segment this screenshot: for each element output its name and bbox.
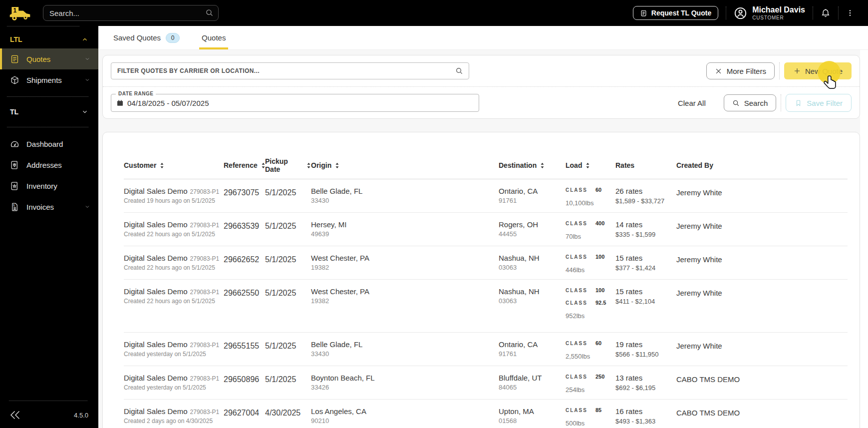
origin-zip: 33430	[311, 197, 499, 204]
quote-filter	[111, 62, 469, 79]
clear-all-button[interactable]: Clear All	[678, 99, 706, 107]
chevron-down-icon	[84, 204, 90, 210]
quote-row[interactable]: Digital Sales Demo279083-P1Created 22 ho…	[124, 246, 848, 280]
quote-row[interactable]: Digital Sales Demo279083-P1Created 22 ho…	[124, 280, 848, 333]
vertical-separator	[781, 94, 781, 111]
date-range-label: DATE RANGE	[116, 91, 156, 96]
column-header-reference[interactable]: Reference	[224, 157, 265, 179]
sidebar-divider	[7, 96, 88, 97]
destination-city: Bluffdale, UT	[499, 374, 566, 382]
rates-count: 15 rates	[615, 254, 676, 262]
customer-cell: Digital Sales Demo279083-P1Created 22 ho…	[124, 246, 224, 279]
quote-number-cell: 29650896	[224, 366, 265, 399]
column-header-destination[interactable]: Destination	[499, 157, 566, 179]
save-filter-button[interactable]: Save Filter	[786, 94, 852, 112]
created-by-cell: CABO TMS DEMO	[676, 366, 848, 399]
chevron-up-icon	[81, 36, 88, 43]
created-info: Created 22 hours ago on 5/1/2025	[124, 298, 224, 305]
close-icon	[715, 67, 722, 75]
bookmark-icon	[795, 99, 802, 107]
new-quote-button[interactable]: New Quote	[784, 62, 852, 79]
sidebar-item-quotes[interactable]: Quotes	[0, 48, 98, 69]
class-label: CLASS	[566, 374, 587, 380]
date-range-field[interactable]: DATE RANGE 04/18/2025 - 05/07/2025	[111, 94, 479, 112]
column-header-customer[interactable]: Customer	[124, 157, 224, 179]
sidebar-item-inventory[interactable]: Inventory	[0, 175, 98, 196]
rates-range: $566 - $11,950	[615, 351, 676, 358]
quote-row[interactable]: Digital Sales Demo279083-P1Created yeste…	[124, 333, 848, 366]
rates-range: $692 - $6,195	[615, 384, 676, 392]
column-header-label: Rates	[615, 161, 634, 169]
quote-row[interactable]: Digital Sales Demo279083-P1Created 22 ho…	[124, 213, 848, 246]
column-header-pickup-date[interactable]: Pickup Date	[265, 157, 311, 179]
quote-row[interactable]: Digital Sales Demo279083-P1Created 19 ho…	[124, 179, 848, 213]
request-tl-quote-button[interactable]: Request TL Quote	[633, 6, 718, 20]
sidebar-section-label: TL	[10, 108, 18, 116]
customer-cell: Digital Sales Demo279083-P1Created 22 ho…	[124, 213, 224, 246]
destination-zip: 91761	[499, 197, 566, 204]
sort-icon	[306, 162, 311, 169]
rates-cell: 26 rates$1,589 - $33,727	[615, 179, 676, 212]
customer-name: Digital Sales Demo	[124, 220, 188, 229]
quotes-table-card: CustomerReferencePickup DateOriginDestin…	[102, 132, 860, 428]
rates-cell: 15 rates$377 - $1,424	[615, 246, 676, 279]
destination-cell: Ontario, CA91761	[499, 179, 566, 212]
rates-range: $411 - $2,104	[615, 298, 676, 305]
sidebar-item-shipments[interactable]: Shipments	[0, 69, 98, 90]
load-cell: CLASS40070lbs	[566, 213, 615, 246]
column-header-label: Reference	[224, 161, 258, 169]
class-value: 92.5	[595, 300, 606, 306]
topbar-separator	[838, 6, 839, 19]
search-button[interactable]: Search	[724, 94, 777, 111]
search-icon	[732, 99, 740, 107]
quote-number-cell: 29673075	[224, 179, 265, 212]
destination-city: Upton, MA	[499, 407, 566, 416]
more-filters-label: More Filters	[727, 67, 766, 75]
user-role: CUSTOMER	[752, 15, 805, 20]
app-version: 4.5.0	[74, 412, 88, 419]
sidebar-nav: LTLQuotesShipmentsTLDashboardAddressesIn…	[0, 30, 98, 217]
customer-reference: 279083-P1	[190, 222, 220, 229]
quote-number-cell: 29662652	[224, 246, 265, 279]
app-logo-truck-icon[interactable]: 1	[8, 4, 33, 21]
global-search-input[interactable]	[43, 5, 219, 21]
tab-label: Quotes	[202, 33, 226, 42]
load-weight: 254lbs	[566, 386, 615, 394]
main-area: Saved Quotes0Quotes More Filters	[98, 26, 868, 428]
sidebar-section-tl[interactable]: TL	[0, 103, 98, 121]
more-options-kebab-button[interactable]	[846, 9, 854, 17]
notifications-bell-button[interactable]	[821, 8, 831, 18]
tab-saved-quotes[interactable]: Saved Quotes0	[112, 26, 181, 49]
load-weight: 446lbs	[566, 266, 615, 274]
customer-name: Digital Sales Demo	[124, 187, 188, 195]
destination-zip: 44455	[499, 230, 566, 238]
sidebar-item-invoices[interactable]: $Invoices	[0, 196, 98, 217]
new-quote-label: New Quote	[805, 67, 843, 75]
tab-quotes[interactable]: Quotes	[200, 26, 227, 49]
user-menu[interactable]: Michael Davis CUSTOMER	[734, 5, 805, 21]
quote-number-cell: 29627004	[224, 400, 265, 428]
customer-cell: Digital Sales Demo279083-P1Created yeste…	[124, 366, 224, 399]
document-icon	[640, 9, 647, 17]
quote-number-cell: 29662550	[224, 280, 265, 332]
topbar: 1 Request TL Quote Michael Davis CUSTOME	[0, 0, 868, 26]
origin-city: West Chester, PA	[311, 287, 499, 296]
quote-row[interactable]: Digital Sales Demo279083-P1Created yeste…	[124, 366, 848, 400]
rates-range: $335 - $1,599	[615, 231, 676, 238]
column-header-load[interactable]: Load	[566, 157, 615, 179]
destination-zip: 84065	[499, 384, 566, 391]
sidebar-item-addresses[interactable]: Addresses	[0, 154, 98, 175]
sidebar-section-ltl[interactable]: LTL	[0, 30, 98, 48]
quote-row[interactable]: Digital Sales Demo279083-P1Created 2 day…	[124, 400, 848, 428]
sidebar-item-dashboard[interactable]: Dashboard	[0, 133, 98, 154]
sidebar-collapse-button[interactable]	[9, 409, 21, 421]
column-header-label: Customer	[124, 161, 156, 169]
more-filters-button[interactable]: More Filters	[706, 62, 775, 79]
pickup-date-cell: 5/1/2025	[265, 213, 311, 246]
quote-filter-input[interactable]	[111, 62, 469, 79]
customer-name: Digital Sales Demo	[124, 374, 188, 382]
invoices-icon: $	[10, 202, 19, 212]
destination-cell: Ontario, CA91761	[499, 333, 566, 366]
column-header-origin[interactable]: Origin	[311, 157, 499, 179]
column-header-label: Origin	[311, 161, 331, 169]
